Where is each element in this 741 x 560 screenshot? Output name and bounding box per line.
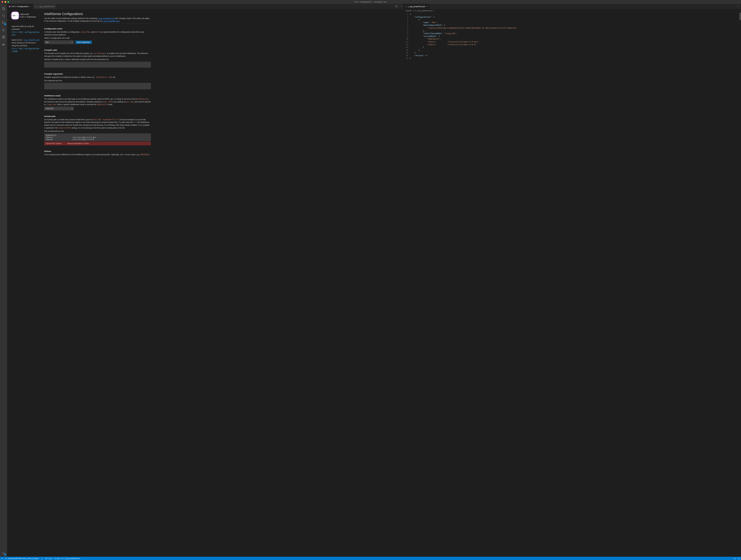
settings-badge: 1 [4,554,6,556]
extensions-icon[interactable] [0,34,7,41]
window-controls [0,1,9,3]
svg-text:{}: {} [35,6,37,7]
tab-cpp-configurations[interactable]: C C/C++ Configurations × [7,4,33,9]
tab-label: c_cpp_properties.json [408,5,425,8]
titlebar: C/C++ Configurations — driving622_new [0,0,741,4]
activity-bar: 3 1 [0,4,7,557]
tab-cpp-properties-json-right[interactable]: {} c_cpp_properties.json × [403,4,430,9]
svg-point-2 [2,23,3,24]
svg-point-26 [62,558,63,559]
link-properties-file-2[interactable]: c_cpp_properties.json [102,20,120,22]
page-intro: Use this editor to edit IntelliSense set… [44,17,151,22]
svg-point-23 [6,558,7,559]
section-compiler-args: Compiler arguments Compiler arguments to… [44,73,151,90]
remote-icon[interactable] [1,557,3,559]
search-icon[interactable] [0,12,7,19]
add-configuration-button[interactable]: Add Configuration [75,41,92,44]
source-control-icon[interactable]: 3 [0,19,7,26]
feedback-icon[interactable] [734,557,736,559]
split-editor-icon[interactable] [395,5,398,8]
config-editor-body[interactable]: C⁄C₊₊ Microsoft C/C++ Extension Open thi… [7,9,403,557]
logo-line1: Microsoft [20,13,36,15]
svg-point-14 [400,6,400,6]
maximize-window-button[interactable] [7,1,9,3]
svg-rect-7 [2,37,3,39]
svg-point-18 [737,6,738,6]
more-actions-icon[interactable] [399,5,402,8]
tab-bar-left: C C/C++ Configurations × {} c_cpp_proper… [7,4,403,9]
compiler-args-input[interactable] [44,83,151,89]
cpp-file-icon: C [9,5,11,8]
config-name-select[interactable]: Mac [44,40,74,44]
debug-icon[interactable] [0,26,7,34]
link-properties-file-1[interactable]: c_cpp_properties.json [97,17,115,19]
intellisense-mode-select[interactable]: clang-x64 [44,107,74,111]
section-compiler-path: Compiler path The full path to the compi… [44,49,151,68]
scm-badge: 3 [4,23,6,25]
page-title: IntelliSense Configurations [44,12,151,16]
section-defines: Defines A list of preprocessor definitio… [44,150,151,156]
tab-label: c_cpp_properties.json [38,5,55,8]
command-open-json: C/C++: Edit configurations (JSON) [12,47,40,53]
svg-rect-25 [55,558,56,559]
svg-rect-6 [4,36,5,37]
close-tab-icon[interactable]: × [426,5,428,8]
status-bar: user/jramos/FWVAL-699_current_sil_apps* … [0,557,741,560]
window-title: C/C++ Configurations — driving622_new [354,1,387,3]
minimize-window-button[interactable] [4,1,6,3]
divider [44,23,151,24]
explorer-icon[interactable] [0,5,7,12]
svg-point-22 [5,559,6,559]
svg-rect-8 [4,37,5,39]
svg-point-0 [3,15,4,16]
command-open-ui: C/C++: Edit configurations (UI) [12,31,40,36]
svg-text:C: C [9,6,10,7]
sync-icon[interactable] [41,557,43,559]
section-include-path: Include path An include path is a folder… [44,115,151,145]
json-file-icon: {} [35,5,37,8]
svg-point-28 [734,558,736,559]
section-intellisense-mode: IntelliSense mode The IntelliSense mode … [44,95,151,111]
code-content[interactable]: { "configurations": [ { "name": "Mac", "… [410,12,517,557]
tab-cpp-properties-json-left[interactable]: {} c_cpp_properties.json [33,4,57,9]
include-path-error: Cannot find: /Users/ /linux/usr/include/… [44,141,151,145]
language-status[interactable]: json | c_cpp_properties.json [55,557,80,559]
docker-icon[interactable] [0,41,7,48]
errors-warnings-status[interactable]: 0 0 [45,557,53,559]
svg-text:{}: {} [405,6,407,7]
svg-point-9 [3,553,4,554]
compiler-path-input[interactable] [44,62,151,68]
tab-bar-right: {} c_cpp_properties.json × [403,4,741,9]
logo-line2: C/C++ Extension [20,15,36,18]
svg-point-15 [400,6,401,6]
svg-point-27 [62,558,63,559]
json-file-icon: {} [405,5,407,8]
section-config-name: Configuration name A friendly name that … [44,27,151,44]
git-branch-status[interactable]: user/jramos/FWVAL-699_current_sil_apps* [5,557,39,559]
include-path-input[interactable] [44,133,151,141]
tab-label: C/C++ Configurations [12,5,28,8]
close-window-button[interactable] [1,1,3,3]
line-number-gutter: 1234567891011121314151617 [403,12,410,557]
extension-logo: C⁄C₊₊ Microsoft C/C++ Extension [12,12,40,19]
scrollbar[interactable] [739,12,741,557]
notifications-icon[interactable] [738,557,740,559]
svg-rect-5 [2,36,3,37]
close-tab-icon[interactable]: × [29,5,31,8]
svg-point-1 [2,22,3,22]
svg-point-20 [739,6,739,6]
more-actions-icon[interactable] [737,5,740,8]
svg-point-21 [5,558,6,558]
breadcrumbs[interactable]: .vscode› { } c_cpp_properties.json› ... [403,9,741,12]
settings-gear-icon[interactable]: 1 [0,550,7,557]
link-cpp-properties[interactable]: c_cpp_properties.json [22,39,40,41]
